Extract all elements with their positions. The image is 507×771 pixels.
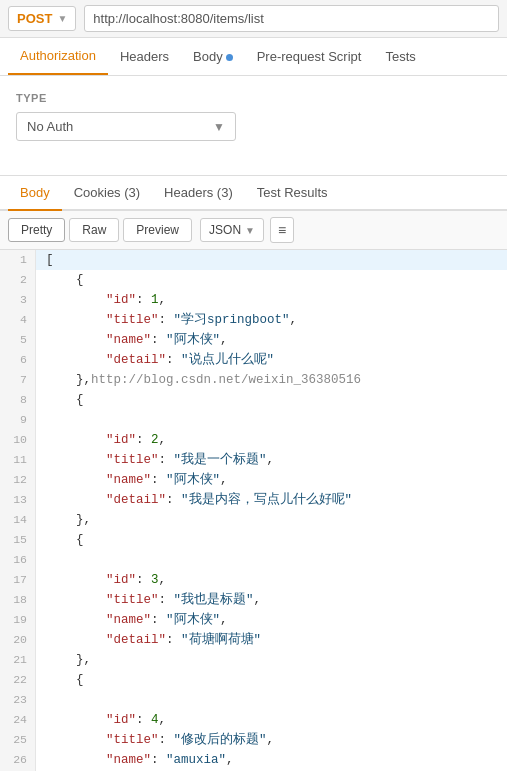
- json-line-22: 22 {: [0, 670, 507, 690]
- line-content: "id": 3,: [36, 570, 166, 590]
- wrap-icon: ≡: [278, 222, 286, 238]
- request-tabs: Authorization Headers Body Pre-request S…: [0, 38, 507, 76]
- line-content: {: [36, 390, 84, 410]
- json-line-20: 20 "detail": "荷塘啊荷塘": [0, 630, 507, 650]
- line-content: },http://blog.csdn.net/weixin_36380516: [36, 370, 361, 390]
- line-content: "id": 4,: [36, 710, 166, 730]
- line-content: "id": 2,: [36, 430, 166, 450]
- json-line-6: 6 "detail": "说点儿什么呢": [0, 350, 507, 370]
- line-content: },: [36, 650, 91, 670]
- line-number: 11: [0, 450, 36, 470]
- json-line-11: 11 "title": "我是一个标题",: [0, 450, 507, 470]
- line-content: },: [36, 510, 91, 530]
- line-number: 7: [0, 370, 36, 390]
- select-chevron-icon: ▼: [213, 120, 225, 134]
- json-line-23: 23: [0, 690, 507, 710]
- tab-body-response[interactable]: Body: [8, 176, 62, 211]
- preview-btn[interactable]: Preview: [123, 218, 192, 242]
- json-line-9: 9: [0, 410, 507, 430]
- json-line-10: 10 "id": 2,: [0, 430, 507, 450]
- line-content: "detail": "我是内容，写点儿什么好呢": [36, 490, 352, 510]
- line-content: "id": 1,: [36, 290, 166, 310]
- line-number: 3: [0, 290, 36, 310]
- line-number: 18: [0, 590, 36, 610]
- tab-body[interactable]: Body: [181, 39, 245, 74]
- line-number: 20: [0, 630, 36, 650]
- line-number: 25: [0, 730, 36, 750]
- json-line-7: 7 },http://blog.csdn.net/weixin_36380516: [0, 370, 507, 390]
- line-content: [36, 550, 46, 570]
- json-line-13: 13 "detail": "我是内容，写点儿什么好呢": [0, 490, 507, 510]
- line-number: 1: [0, 250, 36, 270]
- wrap-btn[interactable]: ≡: [270, 217, 294, 243]
- auth-type-select[interactable]: No Auth ▼: [16, 112, 236, 141]
- tab-test-results[interactable]: Test Results: [245, 176, 340, 209]
- line-content: "detail": "说点儿什么呢": [36, 350, 274, 370]
- line-content: {: [36, 270, 84, 290]
- line-number: 26: [0, 750, 36, 770]
- line-number: 15: [0, 530, 36, 550]
- line-content: "name": "阿木侠",: [36, 470, 228, 490]
- raw-btn[interactable]: Raw: [69, 218, 119, 242]
- line-number: 2: [0, 270, 36, 290]
- line-content: "title": "我是一个标题",: [36, 450, 274, 470]
- line-number: 10: [0, 430, 36, 450]
- json-line-12: 12 "name": "阿木侠",: [0, 470, 507, 490]
- json-line-21: 21 },: [0, 650, 507, 670]
- line-number: 8: [0, 390, 36, 410]
- line-content: "name": "amuxia",: [36, 750, 234, 770]
- line-number: 6: [0, 350, 36, 370]
- json-line-18: 18 "title": "我也是标题",: [0, 590, 507, 610]
- response-toolbar: Pretty Raw Preview JSON ▼ ≡: [0, 211, 507, 250]
- line-number: 9: [0, 410, 36, 430]
- format-selector[interactable]: JSON ▼: [200, 218, 264, 242]
- json-line-24: 24 "id": 4,: [0, 710, 507, 730]
- line-number: 22: [0, 670, 36, 690]
- line-content: {: [36, 670, 84, 690]
- json-line-15: 15 {: [0, 530, 507, 550]
- line-content: "detail": "荷塘啊荷塘": [36, 630, 261, 650]
- line-content: "title": "我也是标题",: [36, 590, 261, 610]
- json-line-8: 8 {: [0, 390, 507, 410]
- tab-tests[interactable]: Tests: [373, 39, 427, 74]
- method-selector[interactable]: POST ▼: [8, 6, 76, 31]
- line-number: 12: [0, 470, 36, 490]
- line-content: [36, 410, 46, 430]
- tab-headers-response[interactable]: Headers (3): [152, 176, 245, 209]
- json-line-17: 17 "id": 3,: [0, 570, 507, 590]
- tab-authorization[interactable]: Authorization: [8, 38, 108, 75]
- line-number: 23: [0, 690, 36, 710]
- line-content: [36, 690, 46, 710]
- url-input[interactable]: [84, 5, 499, 32]
- line-number: 17: [0, 570, 36, 590]
- line-number: 5: [0, 330, 36, 350]
- json-line-25: 25 "title": "修改后的标题",: [0, 730, 507, 750]
- type-label: TYPE: [16, 92, 491, 104]
- line-number: 16: [0, 550, 36, 570]
- json-line-16: 16: [0, 550, 507, 570]
- tab-prerequest[interactable]: Pre-request Script: [245, 39, 374, 74]
- json-line-26: 26 "name": "amuxia",: [0, 750, 507, 770]
- tab-headers[interactable]: Headers: [108, 39, 181, 74]
- pretty-btn[interactable]: Pretty: [8, 218, 65, 242]
- tab-cookies[interactable]: Cookies (3): [62, 176, 152, 209]
- json-line-4: 4 "title": "学习springboot",: [0, 310, 507, 330]
- line-content: {: [36, 530, 84, 550]
- method-chevron-icon: ▼: [57, 13, 67, 24]
- line-content: "title": "学习springboot",: [36, 310, 297, 330]
- format-value: JSON: [209, 223, 241, 237]
- line-number: 4: [0, 310, 36, 330]
- line-number: 24: [0, 710, 36, 730]
- json-line-1: 1[: [0, 250, 507, 270]
- format-chevron-icon: ▼: [245, 225, 255, 236]
- body-dot: [226, 54, 233, 61]
- line-content: "name": "阿木侠",: [36, 610, 228, 630]
- method-label: POST: [17, 11, 52, 26]
- json-line-5: 5 "name": "阿木侠",: [0, 330, 507, 350]
- auth-section: TYPE No Auth ▼: [0, 76, 507, 176]
- line-number: 19: [0, 610, 36, 630]
- line-content: "name": "阿木侠",: [36, 330, 228, 350]
- line-number: 13: [0, 490, 36, 510]
- json-line-14: 14 },: [0, 510, 507, 530]
- json-line-2: 2 {: [0, 270, 507, 290]
